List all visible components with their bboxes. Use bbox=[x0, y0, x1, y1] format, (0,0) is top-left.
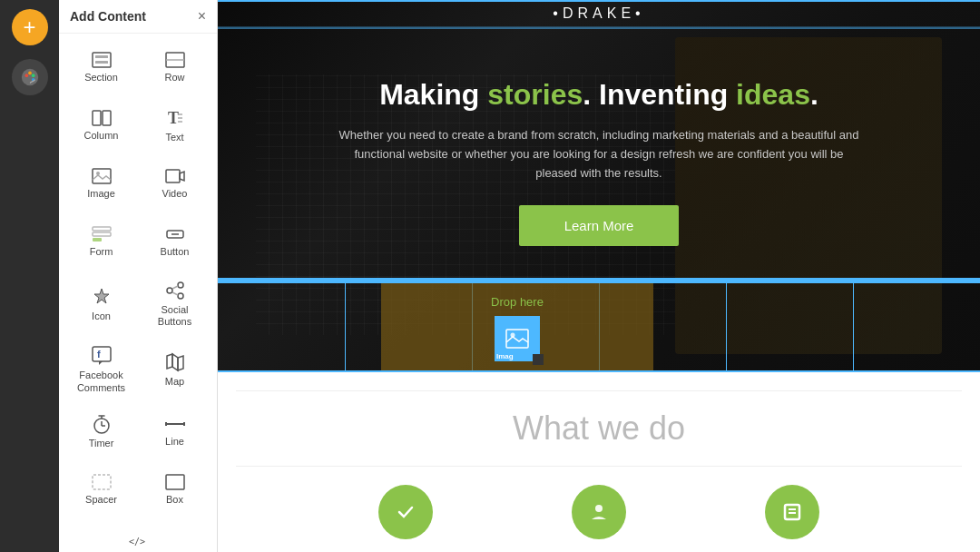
map-icon bbox=[165, 352, 185, 372]
col-divider-4 bbox=[726, 283, 727, 372]
image-label: Image bbox=[87, 188, 115, 200]
map-label: Map bbox=[165, 376, 184, 388]
icon-icon bbox=[92, 287, 112, 307]
content-item-html[interactable]: </> HTML bbox=[66, 521, 210, 552]
drop-zone[interactable]: Drop here Imag bbox=[381, 283, 653, 372]
headline-green2: ideas bbox=[736, 78, 810, 111]
learn-more-button[interactable]: Learn More bbox=[519, 205, 680, 246]
svg-rect-20 bbox=[93, 232, 111, 236]
green-circles-row bbox=[236, 485, 962, 539]
svg-text:T: T bbox=[168, 109, 179, 127]
box-label: Box bbox=[166, 494, 183, 506]
content-item-text[interactable]: T Text bbox=[140, 99, 210, 153]
content-item-map[interactable]: Map bbox=[140, 339, 210, 400]
content-item-social-buttons[interactable]: Social Buttons bbox=[140, 273, 210, 335]
palette-icon bbox=[20, 67, 40, 87]
content-item-icon[interactable]: Icon bbox=[66, 273, 136, 335]
row-icon bbox=[165, 52, 185, 68]
hero-content: Making stories. Inventing ideas. Whether… bbox=[218, 0, 980, 246]
svg-rect-16 bbox=[93, 169, 111, 183]
content-item-image[interactable]: Image bbox=[66, 157, 136, 212]
svg-point-1 bbox=[24, 74, 28, 77]
circle-icon-2 bbox=[586, 499, 612, 525]
panel-header: Add Content × bbox=[59, 0, 217, 34]
spacer-icon bbox=[92, 474, 112, 490]
svg-rect-5 bbox=[93, 53, 111, 67]
drop-col-right[interactable] bbox=[653, 283, 980, 372]
content-item-facebook-comments[interactable]: f Facebook Comments bbox=[66, 339, 136, 400]
hero-headline: Making stories. Inventing ideas. bbox=[379, 77, 818, 112]
column-icon bbox=[92, 110, 112, 126]
palette-button[interactable] bbox=[12, 59, 48, 95]
content-item-section[interactable]: Section bbox=[66, 41, 136, 95]
drop-col-left[interactable] bbox=[218, 283, 381, 372]
panel-title: Add Content bbox=[70, 9, 146, 24]
hero-border-bottom bbox=[218, 370, 980, 372]
hero-subtext: Whether you need to create a brand from … bbox=[336, 126, 862, 182]
form-icon bbox=[92, 226, 112, 242]
button-label: Button bbox=[161, 246, 190, 258]
svg-point-25 bbox=[178, 282, 183, 288]
svg-rect-37 bbox=[93, 475, 111, 489]
col-divider-1 bbox=[345, 283, 346, 372]
svg-point-42 bbox=[595, 505, 603, 512]
content-items-grid: Section Row Column bbox=[59, 34, 217, 552]
button-icon bbox=[165, 226, 185, 242]
svg-rect-18 bbox=[166, 170, 180, 182]
svg-point-3 bbox=[31, 74, 34, 77]
svg-text:</>: </> bbox=[129, 537, 145, 547]
drop-image-button[interactable]: Imag bbox=[495, 316, 540, 361]
svg-point-2 bbox=[28, 72, 32, 75]
sidebar: + bbox=[0, 0, 59, 552]
content-item-spacer[interactable]: Spacer bbox=[66, 463, 136, 518]
row-label: Row bbox=[164, 72, 184, 84]
facebook-comments-icon: f bbox=[92, 346, 112, 366]
add-content-button[interactable]: + bbox=[12, 9, 48, 45]
drop-image-label: Imag bbox=[496, 352, 514, 360]
col-divider-5 bbox=[853, 283, 854, 372]
svg-rect-21 bbox=[93, 238, 102, 242]
svg-rect-19 bbox=[93, 227, 111, 231]
svg-rect-29 bbox=[93, 347, 111, 361]
content-item-column[interactable]: Column bbox=[66, 99, 136, 153]
green-circle-3 bbox=[765, 485, 819, 539]
video-icon bbox=[165, 168, 185, 184]
timer-label: Timer bbox=[89, 438, 114, 449]
below-hero-section: What we do bbox=[218, 372, 980, 552]
content-item-video[interactable]: Video bbox=[140, 157, 210, 212]
green-circle-2 bbox=[572, 485, 626, 539]
main-content: •DRAKE• Making stories. Inventing ideas.… bbox=[218, 0, 980, 552]
content-item-timer[interactable]: Timer bbox=[66, 405, 136, 459]
svg-rect-6 bbox=[95, 55, 108, 58]
content-item-form[interactable]: Form bbox=[66, 215, 136, 270]
what-we-do-heading: What we do bbox=[236, 390, 962, 467]
column-label: Column bbox=[84, 130, 119, 142]
content-item-line[interactable]: Line bbox=[140, 405, 210, 459]
content-item-button[interactable]: Button bbox=[140, 215, 210, 270]
headline-part1: Making bbox=[379, 78, 487, 111]
selection-bar bbox=[218, 278, 980, 283]
svg-rect-10 bbox=[93, 111, 101, 125]
social-buttons-label: Social Buttons bbox=[143, 304, 206, 328]
video-label: Video bbox=[162, 188, 188, 200]
svg-line-28 bbox=[172, 292, 178, 295]
close-button[interactable]: × bbox=[198, 9, 206, 24]
drop-here-text: Drop here bbox=[491, 295, 544, 309]
content-item-row[interactable]: Row bbox=[140, 41, 210, 95]
box-icon bbox=[165, 474, 185, 490]
spacer-label: Spacer bbox=[85, 494, 117, 506]
plus-icon: + bbox=[23, 16, 35, 38]
image-icon bbox=[92, 168, 112, 184]
svg-point-26 bbox=[178, 293, 183, 299]
site-title: •DRAKE• bbox=[553, 5, 644, 22]
timer-icon bbox=[92, 414, 112, 434]
content-item-box[interactable]: Box bbox=[140, 463, 210, 518]
social-buttons-icon bbox=[165, 281, 185, 301]
drop-row: Drop here Imag bbox=[218, 281, 980, 372]
svg-rect-11 bbox=[103, 111, 111, 125]
headline-green1: stories bbox=[487, 78, 583, 111]
svg-point-24 bbox=[167, 288, 172, 293]
form-label: Form bbox=[90, 246, 113, 258]
hero-section: •DRAKE• Making stories. Inventing ideas.… bbox=[218, 0, 980, 372]
circle-icon-1 bbox=[393, 499, 418, 525]
